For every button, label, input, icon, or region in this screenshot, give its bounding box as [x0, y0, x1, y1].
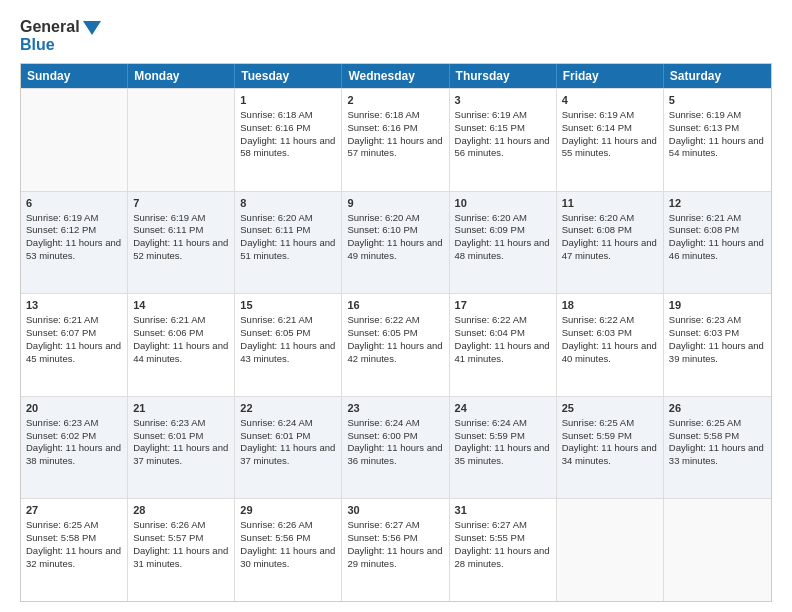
calendar-cell-empty — [128, 89, 235, 191]
sunset-text: Sunset: 6:13 PM — [669, 122, 739, 133]
daylight-text: Daylight: 11 hours and 42 minutes. — [347, 340, 442, 364]
calendar-row-5: 27Sunrise: 6:25 AMSunset: 5:58 PMDayligh… — [21, 498, 771, 601]
sunset-text: Sunset: 5:56 PM — [347, 532, 417, 543]
sunrise-text: Sunrise: 6:19 AM — [455, 109, 527, 120]
calendar-cell-28: 28Sunrise: 6:26 AMSunset: 5:57 PMDayligh… — [128, 499, 235, 601]
sunset-text: Sunset: 6:02 PM — [26, 430, 96, 441]
day-number: 26 — [669, 401, 766, 416]
day-number: 19 — [669, 298, 766, 313]
daylight-text: Daylight: 11 hours and 58 minutes. — [240, 135, 335, 159]
calendar-cell-19: 19Sunrise: 6:23 AMSunset: 6:03 PMDayligh… — [664, 294, 771, 396]
calendar-cell-17: 17Sunrise: 6:22 AMSunset: 6:04 PMDayligh… — [450, 294, 557, 396]
sunset-text: Sunset: 6:05 PM — [240, 327, 310, 338]
logo: General Blue — [20, 18, 101, 53]
calendar-cell-18: 18Sunrise: 6:22 AMSunset: 6:03 PMDayligh… — [557, 294, 664, 396]
day-number: 24 — [455, 401, 551, 416]
weekday-header-thursday: Thursday — [450, 64, 557, 88]
day-number: 25 — [562, 401, 658, 416]
sunrise-text: Sunrise: 6:18 AM — [347, 109, 419, 120]
calendar-cell-empty — [21, 89, 128, 191]
day-number: 11 — [562, 196, 658, 211]
header: General Blue — [20, 18, 772, 53]
sunset-text: Sunset: 6:14 PM — [562, 122, 632, 133]
day-number: 31 — [455, 503, 551, 518]
sunrise-text: Sunrise: 6:27 AM — [455, 519, 527, 530]
daylight-text: Daylight: 11 hours and 41 minutes. — [455, 340, 550, 364]
daylight-text: Daylight: 11 hours and 56 minutes. — [455, 135, 550, 159]
sunrise-text: Sunrise: 6:20 AM — [455, 212, 527, 223]
sunset-text: Sunset: 6:11 PM — [240, 224, 310, 235]
sunset-text: Sunset: 6:01 PM — [133, 430, 203, 441]
calendar-cell-5: 5Sunrise: 6:19 AMSunset: 6:13 PMDaylight… — [664, 89, 771, 191]
sunrise-text: Sunrise: 6:23 AM — [133, 417, 205, 428]
daylight-text: Daylight: 11 hours and 45 minutes. — [26, 340, 121, 364]
sunset-text: Sunset: 5:57 PM — [133, 532, 203, 543]
daylight-text: Daylight: 11 hours and 34 minutes. — [562, 442, 657, 466]
daylight-text: Daylight: 11 hours and 53 minutes. — [26, 237, 121, 261]
calendar-cell-21: 21Sunrise: 6:23 AMSunset: 6:01 PMDayligh… — [128, 397, 235, 499]
calendar-cell-1: 1Sunrise: 6:18 AMSunset: 6:16 PMDaylight… — [235, 89, 342, 191]
sunrise-text: Sunrise: 6:19 AM — [133, 212, 205, 223]
calendar-cell-26: 26Sunrise: 6:25 AMSunset: 5:58 PMDayligh… — [664, 397, 771, 499]
calendar-cell-2: 2Sunrise: 6:18 AMSunset: 6:16 PMDaylight… — [342, 89, 449, 191]
day-number: 7 — [133, 196, 229, 211]
calendar-cell-11: 11Sunrise: 6:20 AMSunset: 6:08 PMDayligh… — [557, 192, 664, 294]
day-number: 13 — [26, 298, 122, 313]
daylight-text: Daylight: 11 hours and 55 minutes. — [562, 135, 657, 159]
daylight-text: Daylight: 11 hours and 30 minutes. — [240, 545, 335, 569]
day-number: 10 — [455, 196, 551, 211]
day-number: 9 — [347, 196, 443, 211]
weekday-header-friday: Friday — [557, 64, 664, 88]
calendar-cell-27: 27Sunrise: 6:25 AMSunset: 5:58 PMDayligh… — [21, 499, 128, 601]
day-number: 2 — [347, 93, 443, 108]
daylight-text: Daylight: 11 hours and 36 minutes. — [347, 442, 442, 466]
weekday-header-tuesday: Tuesday — [235, 64, 342, 88]
calendar-cell-15: 15Sunrise: 6:21 AMSunset: 6:05 PMDayligh… — [235, 294, 342, 396]
day-number: 12 — [669, 196, 766, 211]
page: General Blue SundayMondayTuesdayWednesda… — [0, 0, 792, 612]
weekday-header-wednesday: Wednesday — [342, 64, 449, 88]
sunrise-text: Sunrise: 6:20 AM — [347, 212, 419, 223]
day-number: 14 — [133, 298, 229, 313]
sunset-text: Sunset: 6:10 PM — [347, 224, 417, 235]
sunrise-text: Sunrise: 6:22 AM — [347, 314, 419, 325]
sunrise-text: Sunrise: 6:22 AM — [455, 314, 527, 325]
sunrise-text: Sunrise: 6:26 AM — [240, 519, 312, 530]
day-number: 1 — [240, 93, 336, 108]
day-number: 20 — [26, 401, 122, 416]
day-number: 15 — [240, 298, 336, 313]
sunset-text: Sunset: 6:06 PM — [133, 327, 203, 338]
daylight-text: Daylight: 11 hours and 51 minutes. — [240, 237, 335, 261]
daylight-text: Daylight: 11 hours and 46 minutes. — [669, 237, 764, 261]
daylight-text: Daylight: 11 hours and 43 minutes. — [240, 340, 335, 364]
sunset-text: Sunset: 6:08 PM — [669, 224, 739, 235]
day-number: 29 — [240, 503, 336, 518]
sunset-text: Sunset: 6:05 PM — [347, 327, 417, 338]
sunrise-text: Sunrise: 6:20 AM — [562, 212, 634, 223]
sunrise-text: Sunrise: 6:20 AM — [240, 212, 312, 223]
day-number: 23 — [347, 401, 443, 416]
daylight-text: Daylight: 11 hours and 35 minutes. — [455, 442, 550, 466]
calendar-cell-25: 25Sunrise: 6:25 AMSunset: 5:59 PMDayligh… — [557, 397, 664, 499]
calendar-cell-13: 13Sunrise: 6:21 AMSunset: 6:07 PMDayligh… — [21, 294, 128, 396]
calendar-row-4: 20Sunrise: 6:23 AMSunset: 6:02 PMDayligh… — [21, 396, 771, 499]
sunrise-text: Sunrise: 6:25 AM — [562, 417, 634, 428]
sunrise-text: Sunrise: 6:21 AM — [26, 314, 98, 325]
calendar-cell-31: 31Sunrise: 6:27 AMSunset: 5:55 PMDayligh… — [450, 499, 557, 601]
calendar-cell-16: 16Sunrise: 6:22 AMSunset: 6:05 PMDayligh… — [342, 294, 449, 396]
sunset-text: Sunset: 5:59 PM — [562, 430, 632, 441]
daylight-text: Daylight: 11 hours and 29 minutes. — [347, 545, 442, 569]
sunset-text: Sunset: 5:55 PM — [455, 532, 525, 543]
sunrise-text: Sunrise: 6:24 AM — [240, 417, 312, 428]
daylight-text: Daylight: 11 hours and 39 minutes. — [669, 340, 764, 364]
day-number: 4 — [562, 93, 658, 108]
daylight-text: Daylight: 11 hours and 33 minutes. — [669, 442, 764, 466]
daylight-text: Daylight: 11 hours and 48 minutes. — [455, 237, 550, 261]
calendar-header: SundayMondayTuesdayWednesdayThursdayFrid… — [21, 64, 771, 88]
daylight-text: Daylight: 11 hours and 37 minutes. — [133, 442, 228, 466]
day-number: 22 — [240, 401, 336, 416]
day-number: 21 — [133, 401, 229, 416]
daylight-text: Daylight: 11 hours and 31 minutes. — [133, 545, 228, 569]
calendar-cell-12: 12Sunrise: 6:21 AMSunset: 6:08 PMDayligh… — [664, 192, 771, 294]
calendar-cell-29: 29Sunrise: 6:26 AMSunset: 5:56 PMDayligh… — [235, 499, 342, 601]
